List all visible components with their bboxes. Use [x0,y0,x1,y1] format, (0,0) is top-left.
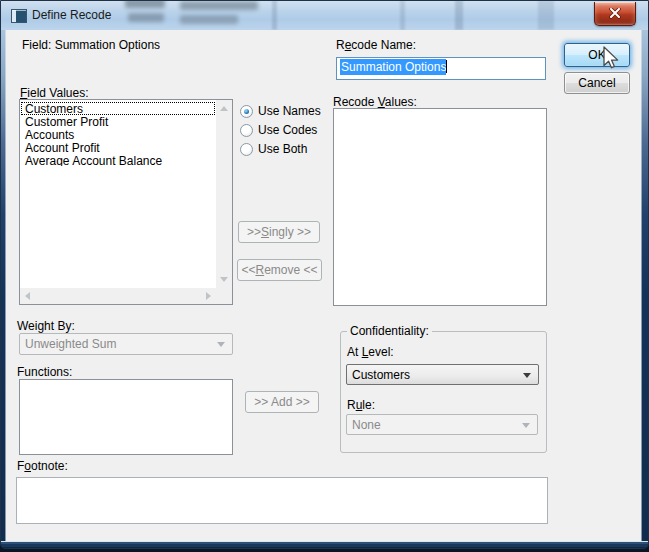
list-item[interactable]: Customer Profit [21,115,215,128]
glass-reflection [128,13,164,22]
chevron-down-icon [523,373,531,378]
glass-reflection [180,1,258,10]
footnote-label: Footnote: [17,459,68,473]
list-item[interactable]: Accounts [21,128,215,141]
combo-value: Customers [352,368,410,382]
recode-values-label: Recode Values: [333,95,417,109]
radio-label: Use Both [258,142,307,156]
window-frame-right [641,30,649,541]
field-values-list: Customers Customer Profit Accounts Accou… [21,102,215,167]
add-button[interactable]: >> Add >> [245,391,319,413]
radio-label: Use Names [258,104,321,118]
list-item[interactable]: Average Account Balance [21,154,215,167]
confidentiality-label: Confidentiality: [347,324,432,338]
glass-reflection [400,0,405,30]
radio-label: Use Codes [258,123,317,137]
dialog-client-area: Field: Summation Options Recode Name: Su… [6,30,641,541]
radio-use-names[interactable]: Use Names [240,104,321,118]
chevron-down-icon [522,423,530,428]
define-recode-dialog: Define Recode Field: Summation Options R… [0,0,649,549]
radio-selected-icon[interactable] [240,105,253,118]
functions-listbox[interactable] [19,379,233,455]
mouse-cursor-icon [601,46,621,70]
window-frame-bottom [0,541,649,549]
at-level-label: At Level: [347,345,394,359]
close-x-icon [609,8,621,19]
radio-unselected-icon[interactable] [240,124,253,137]
scroll-right-icon[interactable] [206,292,211,300]
recode-name-input[interactable]: Summation Options [336,57,546,80]
weight-by-combobox[interactable]: Unweighted Sum [19,333,233,355]
chevron-down-icon [217,342,225,347]
horizontal-scrollbar[interactable] [20,288,216,304]
scrollbar-corner [216,288,232,304]
combo-value: None [352,418,381,432]
recode-values-listbox[interactable] [333,108,547,306]
glass-reflection [180,15,238,24]
list-item[interactable]: Customers [21,102,215,115]
cancel-button[interactable]: Cancel [564,72,630,94]
field-info-label: Field: Summation Options [22,38,160,52]
rule-label: Rule: [347,398,375,412]
field-values-label: Field Values: [20,86,89,100]
radio-use-codes[interactable]: Use Codes [240,123,317,137]
rule-combobox[interactable]: None [346,414,538,435]
singly-button[interactable]: >> Singly >> [238,221,320,243]
footnote-input[interactable] [16,477,548,524]
window-title: Define Recode [32,8,111,22]
recode-name-label: Recode Name: [336,38,416,52]
glass-reflection [538,0,554,30]
at-level-combobox[interactable]: Customers [346,364,539,385]
close-button[interactable] [594,2,636,26]
scroll-down-icon[interactable] [220,277,228,282]
glass-reflection [272,0,277,30]
scroll-left-icon[interactable] [25,292,30,300]
scroll-up-icon[interactable] [220,106,228,111]
list-item[interactable]: Account Profit [21,141,215,154]
glass-reflection [455,0,463,30]
vertical-scrollbar[interactable] [216,100,232,288]
field-values-listbox[interactable]: Customers Customer Profit Accounts Accou… [19,99,233,305]
text-caret [446,60,447,73]
functions-label: Functions: [17,365,72,379]
titlebar[interactable]: Define Recode [0,0,649,30]
remove-button[interactable]: << Remove << [237,259,322,281]
radio-use-both[interactable]: Use Both [240,142,307,156]
selected-text: Summation Options [340,59,446,75]
weight-by-label: Weight By: [17,319,75,333]
radio-unselected-icon[interactable] [240,143,253,156]
combo-value: Unweighted Sum [25,337,116,351]
app-icon [11,9,27,23]
glass-reflection [125,0,165,8]
confidentiality-group: Confidentiality: At Level: Customers Rul… [340,331,547,453]
